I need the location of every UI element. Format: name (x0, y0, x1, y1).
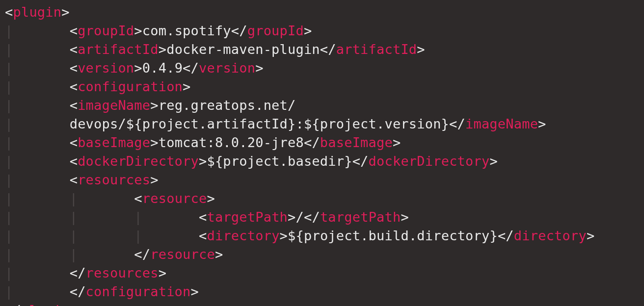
code-segment: resources (86, 265, 159, 280)
code-segment: </ (134, 247, 150, 262)
code-line: | <version>0.4.9</version> (5, 60, 264, 76)
code-segment: > (150, 98, 158, 113)
code-segment: ${project.build.directory} (288, 228, 498, 243)
code-segment: artifactId (78, 42, 159, 57)
code-segment: > (159, 42, 166, 57)
code-segment: reg.greatops.net/ (159, 98, 296, 113)
code-segment: version (199, 60, 255, 76)
code-segment: </ (70, 284, 86, 299)
code-segment: < (70, 98, 78, 113)
code-segment: baseImage (320, 135, 393, 150)
code-segment: tomcat:8.0.20-jre8 (159, 135, 304, 150)
code-segment: groupId (78, 23, 134, 38)
code-line: | | <resource> (5, 191, 215, 206)
code-segment: groupId (247, 23, 304, 38)
code-segment: resources (78, 172, 150, 187)
code-line: <plugin> (5, 4, 70, 20)
code-segment: > (587, 228, 594, 243)
code-segment: imageName (78, 98, 150, 113)
code-segment: </ (304, 135, 320, 150)
code-segment: < (70, 135, 78, 150)
code-line: | <resources> (5, 172, 159, 187)
code-line: | <artifactId>docker-maven-plugin</artif… (5, 42, 425, 57)
code-segment: imageName (465, 116, 538, 131)
code-segment: < (199, 228, 207, 243)
code-segment: > (159, 265, 166, 280)
code-segment: baseImage (78, 135, 150, 150)
code-segment: > (280, 228, 288, 243)
code-segment: > (191, 284, 199, 299)
code-segment: configuration (78, 79, 183, 94)
code-segment: < (199, 209, 207, 225)
code-line: | <dockerDirectory>${project.basedir}</d… (5, 153, 498, 169)
code-segment: > (150, 172, 158, 187)
code-segment: > (215, 247, 223, 262)
code-segment: > (393, 135, 401, 150)
code-segment: > (401, 209, 408, 225)
code-segment: plugin (21, 303, 70, 306)
code-segment: dockerDirectory (369, 153, 490, 169)
code-segment: > (207, 191, 215, 206)
code-segment: < (70, 42, 78, 57)
code-segment: > (489, 153, 497, 169)
code-segment: targetPath (320, 209, 401, 225)
code-segment: </ (320, 42, 336, 57)
code-segment: com.spotify (142, 23, 231, 38)
code-segment: devops/${project.artifactId}:${project.v… (70, 116, 449, 131)
code-segment: < (70, 60, 78, 76)
code-segment: < (70, 172, 78, 187)
code-segment: > (150, 135, 158, 150)
code-segment: </ (498, 228, 514, 243)
code-line: | | </resource> (5, 247, 223, 262)
code-segment: > (417, 42, 425, 57)
code-segment: < (70, 153, 78, 169)
code-segment: artifactId (336, 42, 417, 57)
code-line: | </resources> (5, 265, 166, 280)
code-line: | <imageName>reg.greatops.net/ (5, 98, 295, 113)
code-segment: </ (304, 209, 320, 225)
code-segment: > (255, 60, 263, 76)
code-line: | | | <targetPath>/</targetPath> (5, 209, 409, 225)
code-block: <plugin> | <groupId>com.spotify</groupId… (0, 0, 644, 306)
code-line: </plugin> (5, 303, 78, 306)
code-segment: configuration (86, 284, 191, 299)
code-segment: > (288, 209, 295, 225)
code-segment: </ (183, 60, 199, 76)
code-segment: > (134, 23, 142, 38)
code-segment: > (304, 23, 312, 38)
code-segment: </ (231, 23, 247, 38)
code-segment: </ (352, 153, 369, 169)
code-line: | devops/${project.artifactId}:${project… (5, 116, 546, 131)
code-segment: plugin (13, 4, 61, 20)
code-segment: </ (449, 116, 465, 131)
code-segment: > (183, 79, 190, 94)
code-segment: targetPath (207, 209, 288, 225)
code-line: | <configuration> (5, 79, 191, 94)
code-segment: resource (142, 191, 207, 206)
code-segment: ${project.basedir} (207, 153, 352, 169)
code-segment: > (538, 116, 546, 131)
code-segment: < (5, 4, 13, 20)
code-line: | </configuration> (5, 284, 199, 299)
code-segment: docker-maven-plugin (166, 42, 320, 57)
code-segment: > (134, 60, 142, 76)
code-segment: < (134, 191, 142, 206)
code-segment: > (61, 4, 69, 20)
code-line: | | | <directory>${project.build.directo… (5, 228, 594, 243)
code-segment: version (78, 60, 134, 76)
code-line: | <baseImage>tomcat:8.0.20-jre8</baseIma… (5, 135, 401, 150)
code-segment: directory (207, 228, 279, 243)
code-segment: < (70, 79, 78, 94)
code-segment: dockerDirectory (78, 153, 199, 169)
code-segment: / (296, 209, 304, 225)
code-segment: resource (150, 247, 215, 262)
code-segment: </ (70, 265, 86, 280)
code-segment: > (199, 153, 207, 169)
code-segment: 0.4.9 (142, 60, 183, 76)
code-segment: < (70, 23, 78, 38)
code-segment: </ (5, 303, 21, 306)
code-segment: directory (514, 228, 587, 243)
code-line: | <groupId>com.spotify</groupId> (5, 23, 312, 38)
code-segment: > (70, 303, 78, 306)
